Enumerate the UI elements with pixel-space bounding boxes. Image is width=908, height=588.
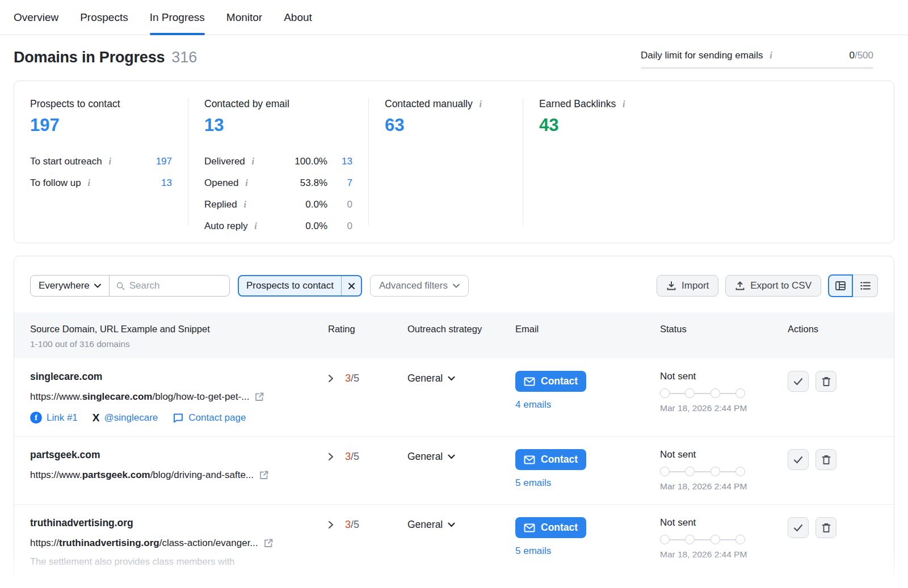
col-header-source: Source Domain, URL Example and Snippet [14, 324, 323, 335]
info-icon[interactable] [252, 222, 260, 231]
top-nav: Overview Prospects In Progress Monitor A… [0, 0, 908, 35]
expand-row-chevron-icon[interactable] [328, 451, 334, 463]
list-view-button[interactable] [853, 274, 878, 297]
strategy-dropdown[interactable]: General [407, 517, 511, 531]
status-date: Mar 18, 2026 2:44 PM [660, 481, 783, 492]
strategy-cell: General [403, 517, 511, 567]
contact-button[interactable]: Contact [515, 517, 586, 538]
external-link-icon[interactable] [259, 470, 269, 480]
daily-limit-label: Daily limit for sending emails [641, 50, 763, 61]
stat-label: Earned Backlinks [539, 98, 616, 110]
check-icon [793, 378, 803, 386]
external-link-icon[interactable] [254, 392, 264, 402]
strategy-dropdown[interactable]: General [407, 371, 511, 384]
tab-overview[interactable]: Overview [14, 0, 58, 35]
table-row: truthinadvertising.org https://truthinad… [14, 504, 894, 579]
status-cell: Not sent Mar 18, 2026 2:44 PM [655, 449, 783, 492]
divider [341, 276, 342, 295]
info-icon[interactable] [477, 100, 485, 109]
delete-button[interactable] [815, 371, 836, 392]
table-view-button[interactable] [828, 274, 853, 297]
search-input[interactable] [129, 280, 222, 291]
stat-subrow-delivered: Delivered 100.0% 13 [204, 151, 352, 172]
trash-icon [822, 377, 831, 387]
check-icon [793, 456, 803, 464]
expand-row-chevron-icon[interactable] [328, 373, 334, 385]
info-icon[interactable] [241, 200, 249, 209]
delete-button[interactable] [815, 517, 836, 538]
emails-count-link[interactable]: 4 emails [515, 399, 551, 411]
stat-contacted-manually: Contacted manually 63 [368, 98, 523, 226]
rating-value[interactable]: 3/5 [345, 373, 359, 384]
rating-cell: 3/5 [323, 449, 403, 492]
tab-prospects[interactable]: Prospects [80, 0, 128, 35]
status-stepper [660, 388, 745, 398]
emails-count-link[interactable]: 5 emails [515, 477, 551, 489]
page-header: Domains in Progress 316 Daily limit for … [0, 35, 908, 69]
info-icon[interactable] [85, 179, 93, 188]
stat-value: 63 [385, 115, 507, 136]
x-profile-link[interactable]: X @singlecare [93, 412, 158, 424]
mark-done-button[interactable] [788, 371, 809, 392]
import-button[interactable]: Import [657, 275, 718, 297]
emails-count-link[interactable]: 5 emails [515, 545, 551, 557]
trash-icon [822, 523, 831, 533]
tab-about[interactable]: About [284, 0, 312, 35]
rating-value[interactable]: 3/5 [345, 451, 359, 463]
filter-chip-close-icon[interactable] [342, 276, 361, 295]
actions-cell [783, 517, 894, 567]
rating-cell: 3/5 [323, 517, 403, 567]
status-label: Not sent [660, 517, 783, 528]
stat-subrow-auto-reply: Auto reply 0.0% 0 [204, 215, 352, 237]
info-icon[interactable] [249, 157, 257, 166]
x-icon: X [93, 412, 100, 423]
status-stepper [660, 467, 745, 476]
stat-value: 43 [539, 115, 878, 136]
mark-done-button[interactable] [788, 449, 809, 470]
search-scope-dropdown[interactable]: Everywhere [31, 276, 109, 296]
strategy-cell: General [403, 449, 511, 492]
info-icon[interactable] [620, 100, 628, 109]
stat-value: 13 [204, 115, 352, 136]
contact-page-link[interactable]: Contact page [173, 412, 246, 424]
delete-button[interactable] [815, 449, 836, 470]
export-to-csv-button[interactable]: Export to CSV [725, 275, 821, 297]
daily-limit-value: 0/500 [849, 50, 873, 61]
tab-monitor[interactable]: Monitor [226, 0, 262, 35]
table-row: singlecare.com https://www.singlecare.co… [14, 358, 894, 436]
source-cell: singlecare.com https://www.singlecare.co… [14, 371, 323, 424]
export-icon [735, 281, 745, 291]
external-link-icon[interactable] [263, 538, 274, 548]
rating-value[interactable]: 3/5 [345, 519, 359, 531]
url-snippet: The settlement also provides class membe… [30, 556, 323, 567]
search-icon [116, 281, 125, 291]
status-cell: Not sent Mar 18, 2026 2:44 PM [655, 517, 783, 567]
tab-in-progress[interactable]: In Progress [150, 0, 205, 35]
expand-row-chevron-icon[interactable] [328, 519, 334, 531]
mark-done-button[interactable] [788, 517, 809, 538]
strategy-dropdown[interactable]: General [407, 449, 511, 463]
contact-button[interactable]: Contact [515, 371, 586, 392]
contact-button[interactable]: Contact [515, 449, 586, 470]
stat-subrow-replied: Replied 0.0% 0 [204, 194, 352, 215]
advanced-filters-dropdown[interactable]: Advanced filters [370, 275, 469, 297]
info-icon[interactable] [243, 179, 251, 188]
facebook-link[interactable]: f Link #1 [30, 412, 78, 424]
url-example: https://www.singlecare.com/blog/how-to-g… [30, 391, 249, 403]
status-date: Mar 18, 2026 2:44 PM [660, 403, 783, 413]
contact-page-icon [173, 412, 184, 424]
info-icon[interactable] [106, 157, 114, 166]
link-building-in-progress-page: Overview Prospects In Progress Monitor A… [0, 0, 908, 588]
status-date: Mar 18, 2026 2:44 PM [660, 549, 783, 560]
filter-chip-prospects-to-contact[interactable]: Prospects to contact [238, 275, 362, 297]
col-header-email: Email [511, 324, 655, 335]
email-cell: Contact 5 emails [511, 517, 655, 567]
chevron-down-icon [453, 284, 460, 288]
domain-name: truthinadvertising.org [30, 517, 323, 529]
chevron-down-icon [94, 284, 101, 288]
info-icon[interactable] [767, 51, 775, 60]
stat-subrow-value[interactable]: 13 [161, 177, 172, 189]
stat-subrow-opened: Opened 53.8% 7 [204, 172, 352, 194]
stat-subrow-value[interactable]: 197 [156, 156, 172, 167]
page-title-count: 316 [171, 49, 197, 66]
